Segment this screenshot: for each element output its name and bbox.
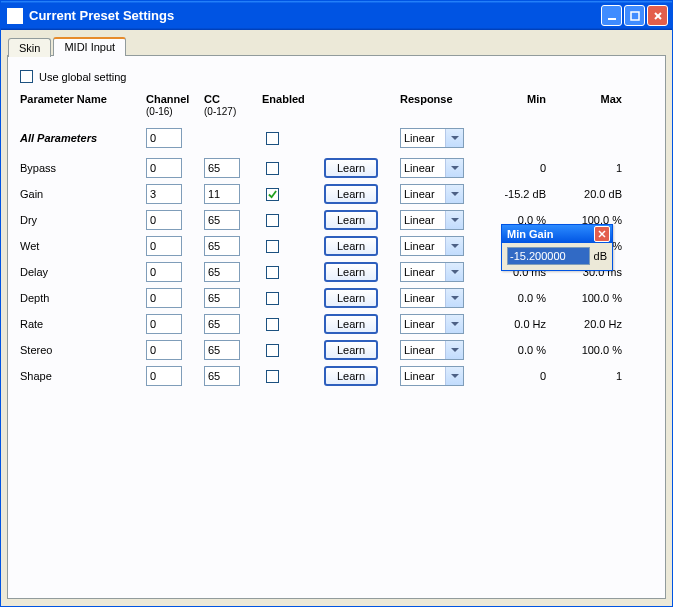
learn-label: Learn [337, 344, 365, 356]
min-value[interactable]: 0.0 Hz [484, 318, 554, 330]
parameter-name: Dry [20, 214, 140, 226]
cc-input[interactable] [204, 158, 240, 178]
use-global-setting[interactable]: Use global setting [20, 70, 653, 83]
chevron-down-icon [445, 289, 463, 307]
all-parameters-channel-input[interactable] [146, 128, 182, 148]
enabled-checkbox[interactable] [266, 344, 279, 357]
popup-close-button[interactable] [594, 226, 610, 242]
minimize-button[interactable] [601, 5, 622, 26]
learn-button[interactable]: Learn [324, 158, 378, 178]
cc-input[interactable] [204, 314, 240, 334]
max-value[interactable]: 1 [560, 162, 630, 174]
channel-input[interactable] [146, 184, 182, 204]
chevron-down-icon [445, 159, 463, 177]
enabled-checkbox[interactable] [266, 318, 279, 331]
min-value[interactable]: 0.0 % [484, 344, 554, 356]
popup-value-input[interactable]: -15.200000 [507, 247, 590, 265]
maximize-button[interactable] [624, 5, 645, 26]
learn-button[interactable]: Learn [324, 262, 378, 282]
max-value[interactable]: 20.0 dB [560, 188, 630, 200]
select-value: Linear [404, 318, 435, 330]
cc-input[interactable] [204, 236, 240, 256]
max-value[interactable]: 100.0 % [560, 344, 630, 356]
response-select[interactable]: Linear [400, 340, 464, 360]
enabled-checkbox[interactable] [266, 214, 279, 227]
response-select[interactable]: Linear [400, 262, 464, 282]
parameter-name: Wet [20, 240, 140, 252]
min-value[interactable]: 0 [484, 162, 554, 174]
max-value[interactable]: 20.0 Hz [560, 318, 630, 330]
checkbox-icon [20, 70, 33, 83]
parameter-name: Stereo [20, 344, 140, 356]
channel-input[interactable] [146, 340, 182, 360]
use-global-label: Use global setting [39, 71, 126, 83]
response-select[interactable]: Linear [400, 288, 464, 308]
channel-input[interactable] [146, 210, 182, 230]
cc-input[interactable] [204, 340, 240, 360]
learn-button[interactable]: Learn [324, 184, 378, 204]
min-value[interactable]: 0 [484, 370, 554, 382]
response-select[interactable]: Linear [400, 366, 464, 386]
close-button[interactable] [647, 5, 668, 26]
parameter-row: ShapeLearnLinear01 [20, 363, 653, 389]
enabled-checkbox[interactable] [266, 292, 279, 305]
response-select[interactable]: Linear [400, 210, 464, 230]
select-value: Linear [404, 214, 435, 226]
cc-input[interactable] [204, 288, 240, 308]
learn-button[interactable]: Learn [324, 210, 378, 230]
select-value: Linear [404, 266, 435, 278]
min-value[interactable]: 0.0 % [484, 292, 554, 304]
cc-input[interactable] [204, 210, 240, 230]
learn-button[interactable]: Learn [324, 366, 378, 386]
parameter-row: RateLearnLinear0.0 Hz20.0 Hz [20, 311, 653, 337]
enabled-checkbox[interactable] [266, 188, 279, 201]
cc-input[interactable] [204, 184, 240, 204]
channel-input[interactable] [146, 288, 182, 308]
response-select[interactable]: Linear [400, 314, 464, 334]
tab-label: Skin [19, 42, 40, 54]
enabled-checkbox[interactable] [266, 240, 279, 253]
min-value[interactable]: -15.2 dB [484, 188, 554, 200]
min-gain-popup: Min Gain -15.200000 dB [501, 224, 613, 271]
select-value: Linear [404, 344, 435, 356]
learn-button[interactable]: Learn [324, 236, 378, 256]
channel-input[interactable] [146, 366, 182, 386]
learn-button[interactable]: Learn [324, 340, 378, 360]
chevron-down-icon [445, 315, 463, 333]
header-cc: CC (0-127) [204, 93, 256, 117]
cc-input[interactable] [204, 262, 240, 282]
learn-label: Learn [337, 318, 365, 330]
header-cc-label: CC [204, 93, 220, 105]
max-value[interactable]: 1 [560, 370, 630, 382]
enabled-checkbox[interactable] [266, 162, 279, 175]
parameter-name: Shape [20, 370, 140, 382]
chevron-down-icon [445, 185, 463, 203]
response-select[interactable]: Linear [400, 184, 464, 204]
popup-unit-label: dB [594, 250, 607, 262]
select-value: Linear [404, 162, 435, 174]
response-select[interactable]: Linear [400, 158, 464, 178]
header-enabled: Enabled [262, 93, 318, 105]
chevron-down-icon [445, 367, 463, 385]
header-channel-sub: (0-16) [146, 106, 173, 117]
tab-midi-input[interactable]: MIDI Input [53, 37, 126, 56]
all-parameters-response-select[interactable]: Linear [400, 128, 464, 148]
max-value[interactable]: 100.0 % [560, 292, 630, 304]
enabled-checkbox[interactable] [266, 266, 279, 279]
header-channel: Channel (0-16) [146, 93, 198, 117]
learn-button[interactable]: Learn [324, 288, 378, 308]
all-parameters-enabled-checkbox[interactable] [266, 132, 279, 145]
learn-button[interactable]: Learn [324, 314, 378, 334]
enabled-checkbox[interactable] [266, 370, 279, 383]
cc-input[interactable] [204, 366, 240, 386]
select-value: Linear [404, 240, 435, 252]
channel-input[interactable] [146, 236, 182, 256]
learn-label: Learn [337, 370, 365, 382]
channel-input[interactable] [146, 262, 182, 282]
tab-skin[interactable]: Skin [8, 38, 51, 57]
select-value: Linear [404, 292, 435, 304]
channel-input[interactable] [146, 158, 182, 178]
client-area: Skin MIDI Input Use global setting Param… [4, 33, 669, 603]
channel-input[interactable] [146, 314, 182, 334]
response-select[interactable]: Linear [400, 236, 464, 256]
